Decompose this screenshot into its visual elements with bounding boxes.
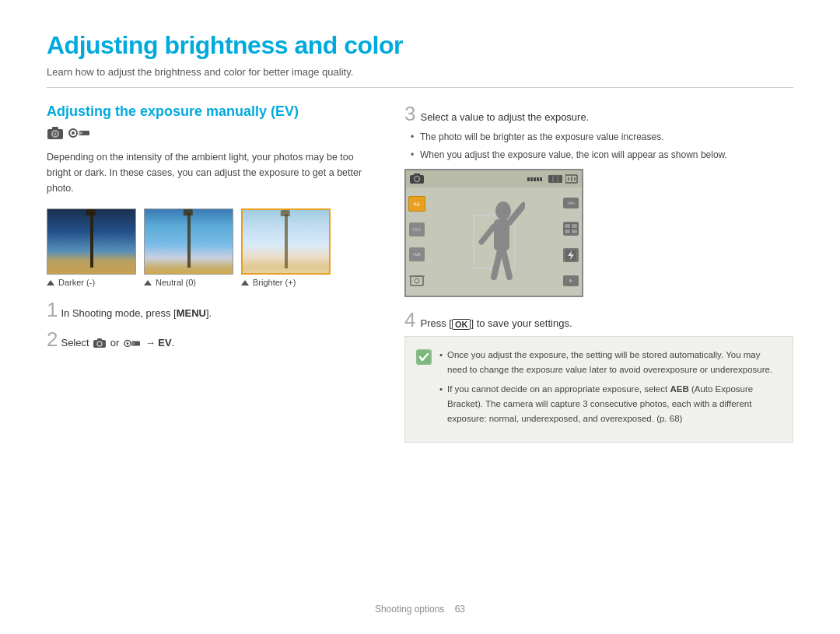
person-silhouette [471, 199, 525, 292]
svg-rect-39 [565, 229, 570, 233]
body-text: Depending on the intensity of the ambien… [47, 149, 373, 196]
inline-video-icon [124, 338, 141, 349]
svg-rect-40 [572, 229, 577, 233]
svg-line-35 [503, 250, 509, 277]
svg-text:+/-: +/- [413, 201, 421, 208]
photo-darker: Darker (-) [47, 208, 136, 287]
lcd-right-icons: 14m [560, 187, 582, 296]
lcd-ev-icon: +/- [408, 196, 425, 212]
page-footer: Shooting options 63 [47, 596, 793, 615]
svg-line-32 [509, 205, 523, 222]
left-column: Adjusting the exposure manually (EV) [47, 103, 373, 611]
step-3: 3 Select a value to adjust the exposure. [404, 103, 793, 124]
lcd-bottom-icon [408, 272, 425, 288]
photo-neutral: Neutral (0) [144, 208, 233, 287]
photo-examples: Darker (-) Neutral (0) [47, 208, 373, 287]
svg-point-3 [54, 133, 57, 135]
flash-icon-svg [565, 250, 576, 261]
footer-label: Shooting options [375, 604, 444, 615]
step-3-number: 3 [404, 103, 415, 124]
step-4: 4 Press [OK] to save your settings. [404, 310, 793, 330]
camera-mode-icons [47, 126, 373, 140]
caption-neutral: Neutral (0) [156, 278, 196, 287]
lcd-burst-icon [565, 174, 578, 184]
svg-rect-18 [548, 175, 562, 183]
svg-rect-27 [411, 276, 423, 285]
lcd-iso-icon: ISO [409, 222, 425, 236]
ev-icon-svg: +/- [410, 198, 424, 210]
svg-point-12 [127, 342, 129, 345]
svg-line-33 [481, 226, 494, 242]
lcd-silhouette [471, 199, 517, 285]
section-heading: Adjusting the exposure manually (EV) [47, 103, 373, 120]
step-1-number: 1 [47, 299, 58, 320]
step-1: 1 In Shooting mode, press [MENU]. [47, 299, 373, 321]
svg-point-29 [415, 278, 419, 283]
video-icon [68, 126, 90, 140]
lcd-quality-icon [563, 222, 579, 236]
lcd-mode-icon [548, 174, 562, 184]
caption-brighter: Brighter (+) [253, 278, 296, 287]
page-subtitle: Learn how to adjust the brightness and c… [47, 66, 793, 88]
lcd-center [428, 187, 560, 296]
info-box: Once you adjust the exposure, the settin… [404, 336, 793, 443]
lcd-camera-icon [410, 173, 424, 184]
svg-point-5 [72, 131, 75, 135]
step-3-text: Select a value to adjust the exposure. [420, 111, 589, 123]
page-title: Adjusting brightness and color [47, 31, 793, 60]
step-4-text: Press [OK] to save your settings. [420, 317, 572, 330]
footer-page-number: 63 [455, 604, 465, 615]
info-check-icon [418, 351, 430, 363]
photo-brighter: Brighter (+) [241, 208, 331, 287]
lcd-main-area: +/- ISO WB [406, 187, 582, 296]
info-bullet-2: If you cannot decide on an appropriate e… [439, 382, 782, 426]
lcd-display: +/- ISO WB [404, 169, 583, 297]
svg-rect-38 [572, 224, 577, 228]
svg-line-34 [494, 250, 500, 277]
lcd-size-icon: 14m [563, 198, 579, 208]
svg-point-30 [495, 201, 511, 220]
step-2-text: Shooting options Select or [61, 335, 174, 351]
right-column: 3 Select a value to adjust the exposure.… [404, 103, 793, 611]
info-icon [416, 349, 432, 365]
info-text-content: Once you adjust the exposure, the settin… [439, 348, 782, 431]
step-2-number: 2 [47, 329, 58, 349]
bullet-1: The photo will be brighter as the exposu… [411, 130, 793, 145]
lcd-top-bar [406, 170, 582, 187]
step-1-text: In Shooting mode, press [MENU]. [61, 306, 212, 321]
step-4-number: 4 [404, 310, 415, 330]
camera-icon [47, 126, 64, 140]
lcd-focus-icon [409, 273, 425, 287]
lcd-battery-row [527, 174, 578, 184]
svg-rect-37 [565, 224, 570, 228]
bullet-2: When you adjust the exposure value, the … [411, 148, 793, 163]
lcd-zoom-icon: 4ⁿ [563, 275, 579, 286]
lcd-flash-icon [563, 248, 579, 262]
caption-darker: Darker (-) [58, 278, 95, 287]
quality-icon-svg [564, 223, 578, 234]
lcd-wb-icon: WB [409, 247, 425, 261]
step-3-bullets: The photo will be brighter as the exposu… [404, 130, 793, 163]
info-bullet-1: Once you adjust the exposure, the settin… [439, 348, 782, 377]
lcd-left-icons: +/- ISO WB [406, 187, 428, 296]
ok-key: OK [452, 319, 471, 330]
inline-camera-icon [93, 338, 106, 349]
step-2: 2 Shooting options Select or [47, 329, 373, 351]
